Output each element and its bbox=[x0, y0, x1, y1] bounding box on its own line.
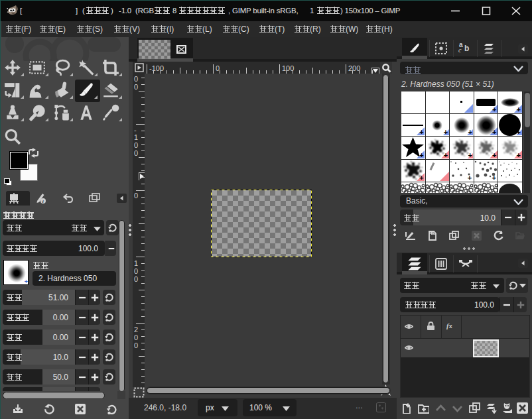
svg-text:i: i bbox=[42, 199, 44, 204]
